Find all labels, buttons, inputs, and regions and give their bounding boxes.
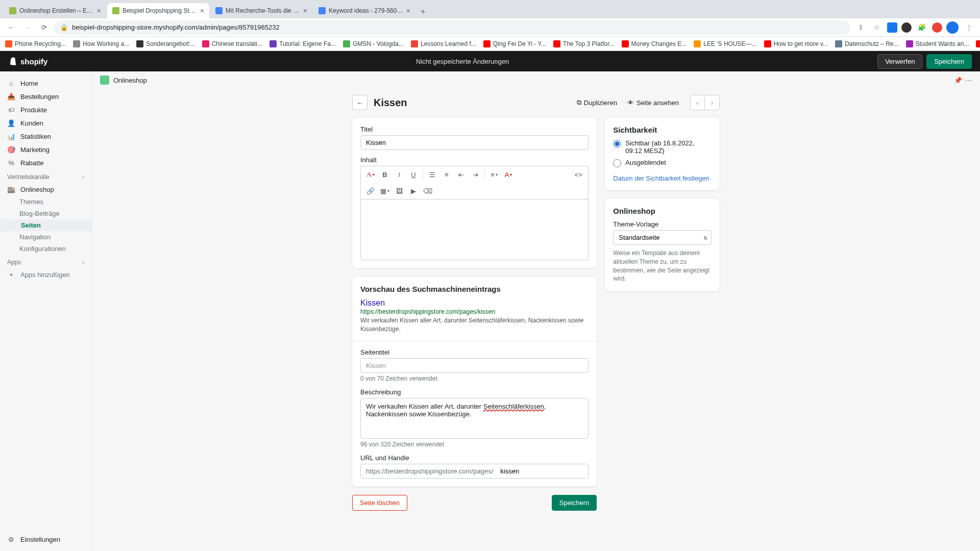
sidebar-item-orders[interactable]: 📥Bestellungen [0, 90, 91, 103]
extension-icon[interactable] [901, 22, 912, 33]
browser-tab[interactable]: Mit Recherche-Tools die richt× [210, 3, 312, 18]
bookmark-item[interactable]: Sonderangebot!... [136, 40, 194, 47]
visibility-visible-option[interactable]: Sichtbar (ab 16.8.2022, 09:12 MESZ) [613, 139, 712, 155]
star-icon[interactable]: ☆ [871, 21, 883, 34]
sidebar-item-discounts[interactable]: %Rabatte [0, 156, 91, 169]
reload-icon[interactable]: ⟳ [38, 21, 50, 34]
bookmark-item[interactable]: Qing Fei De Yi - Y... [483, 40, 546, 47]
bullet-list-button[interactable]: ☰ [426, 168, 439, 181]
outdent-button[interactable]: ⇤ [454, 168, 468, 181]
pin-icon[interactable]: 📌 [954, 77, 962, 84]
bookmark-item[interactable]: LEE 'S HOUSE—... [694, 40, 756, 47]
view-page-button[interactable]: 👁Seite ansehen [625, 97, 681, 109]
description-input[interactable]: Wir verkaufen Kissen aller Art, darunter… [360, 398, 589, 439]
discard-button[interactable]: Verwerfen [877, 54, 923, 69]
underline-button[interactable]: U [407, 168, 420, 181]
bookmark-item[interactable]: (2) How To Add A... [976, 40, 980, 47]
clear-format-button[interactable]: ⌫ [421, 185, 434, 197]
sidebar-section-apps[interactable]: Apps› [0, 255, 91, 268]
back-button[interactable]: ← [352, 95, 368, 110]
sidebar-item-add-apps[interactable]: +Apps hinzufügen [0, 268, 91, 281]
extension-icon[interactable] [932, 22, 942, 33]
delete-page-button[interactable]: Seite löschen [352, 495, 407, 511]
sidebar-sub-config[interactable]: Konfigurationen [0, 243, 91, 255]
sidebar-item-settings[interactable]: ⚙Einstellungen [0, 533, 91, 546]
sidebar-item-onlineshop[interactable]: 🏬Onlineshop [0, 183, 91, 196]
sidebar-sub-blog[interactable]: Blog-Beiträge [0, 208, 91, 219]
close-icon[interactable]: × [406, 7, 410, 14]
sidebar-sub-themes[interactable]: Themes [0, 196, 91, 208]
paragraph-style-button[interactable]: A▾ [364, 168, 377, 181]
gear-icon: ⚙ [7, 535, 15, 543]
browser-tab-active[interactable]: Beispiel Dropshipping Store× [107, 3, 209, 18]
sidebar-sub-pages[interactable]: Seiten [0, 219, 91, 231]
sidebar-item-customers[interactable]: 👤Kunden [0, 116, 91, 130]
save-page-button[interactable]: Speichern [552, 495, 597, 511]
theme-template-select[interactable]: Standardseite [613, 230, 712, 245]
sidebar-item-products[interactable]: 🏷Produkte [0, 103, 91, 116]
home-icon: ⌂ [7, 79, 15, 87]
bookmark-item[interactable]: Phone Recycling... [5, 40, 66, 47]
content-editor[interactable] [360, 199, 589, 260]
bookmark-item[interactable]: How to get more v... [764, 40, 828, 47]
close-icon[interactable]: × [97, 7, 101, 14]
html-view-button[interactable]: <> [572, 168, 585, 181]
seo-card: Vorschau des Suchmaschineneintrags Kisse… [352, 277, 597, 487]
sidebar-sub-navigation[interactable]: Navigation [0, 231, 91, 243]
bookmark-item[interactable]: GMSN - Vologda... [343, 40, 404, 47]
more-icon[interactable]: ⋯ [965, 77, 972, 84]
close-icon[interactable]: × [303, 7, 307, 14]
bookmark-item[interactable]: Datenschutz – Re... [835, 40, 898, 47]
italic-button[interactable]: I [393, 168, 406, 181]
duplicate-icon: ⧉ [577, 98, 581, 107]
bookmark-item[interactable]: The Top 3 Platfor... [553, 40, 615, 47]
sidebar-section-channels[interactable]: Vertriebskanäle› [0, 169, 91, 183]
bookmark-item[interactable]: Student Wants an... [906, 40, 969, 47]
visibility-hidden-option[interactable]: Ausgeblendet [613, 159, 712, 167]
radio-visible[interactable] [613, 140, 621, 148]
bold-button[interactable]: B [378, 168, 391, 181]
share-icon[interactable]: ⇪ [854, 21, 867, 34]
extensions-icon[interactable]: 🧩 [916, 21, 928, 34]
profile-avatar[interactable] [946, 21, 959, 34]
prev-page-button[interactable]: ‹ [691, 95, 705, 110]
radio-hidden[interactable] [613, 159, 621, 167]
url-text: beispiel-dropshipping-store.myshopify.co… [72, 23, 280, 31]
text-color-button[interactable]: A▾ [502, 168, 515, 181]
breadcrumb-label[interactable]: Onlineshop [113, 77, 147, 84]
numbered-list-button[interactable]: ≡ [440, 168, 453, 181]
new-tab-button[interactable]: + [416, 5, 429, 18]
eye-icon: 👁 [627, 99, 634, 107]
table-button[interactable]: ▦▾ [378, 185, 391, 197]
bookmark-item[interactable]: Tutorial: Eigene Fa... [270, 40, 336, 47]
description-helper: 96 von 320 Zeichen verwendet [360, 441, 589, 448]
duplicate-button[interactable]: ⧉Duplizieren [575, 96, 619, 109]
extension-icon[interactable] [887, 22, 897, 33]
theme-heading: Onlineshop [613, 207, 712, 215]
menu-icon[interactable]: ⋮ [963, 21, 975, 34]
video-button[interactable]: ▶ [407, 185, 420, 197]
save-button[interactable]: Speichern [926, 54, 972, 69]
bookmark-item[interactable]: Chinese translati... [202, 40, 262, 47]
browser-tab[interactable]: Keyword ideas - 279-560-18× [313, 3, 415, 18]
sidebar-item-home[interactable]: ⌂Home [0, 77, 91, 90]
page-title-input[interactable] [360, 358, 589, 373]
indent-button[interactable]: ⇥ [469, 168, 482, 181]
align-button[interactable]: ≡▾ [487, 168, 501, 181]
url-input[interactable]: 🔒 beispiel-dropshipping-store.myshopify.… [54, 20, 850, 35]
sidebar-item-marketing[interactable]: 🎯Marketing [0, 143, 91, 156]
url-handle-input[interactable] [498, 464, 588, 478]
next-page-button[interactable]: › [705, 95, 719, 110]
browser-tab[interactable]: Onlineshop Erstellen – Einfac× [4, 3, 106, 18]
bookmark-item[interactable]: Money Changes E... [622, 40, 687, 47]
shopify-logo[interactable]: shopify [8, 57, 47, 66]
set-visibility-date-link[interactable]: Datum der Sichtbarkeit festlegen [613, 174, 709, 182]
image-button[interactable]: 🖼 [393, 185, 406, 197]
bookmark-item[interactable]: Lessons Learned f... [411, 40, 476, 47]
back-icon[interactable]: ← [5, 21, 17, 34]
link-button[interactable]: 🔗 [364, 185, 377, 197]
bookmark-item[interactable]: How Working a... [73, 40, 129, 47]
close-icon[interactable]: × [200, 7, 204, 14]
sidebar-item-analytics[interactable]: 📊Statistiken [0, 130, 91, 143]
title-input[interactable] [360, 135, 589, 150]
